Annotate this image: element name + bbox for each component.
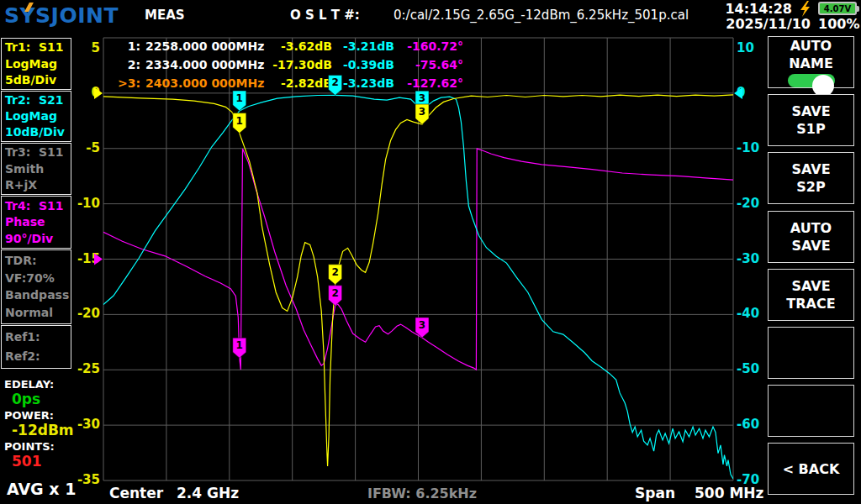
marker-row-2: 2:2334.000 000MHz-17.30dB-0.39dB-75.64° [103,58,463,76]
trace-box-line: 5dB/Div [5,72,67,88]
points-label: POINTS: [4,440,55,453]
points-value[interactable]: 501 [12,453,42,470]
marker-cell-id: >3: [103,76,140,90]
marker-cell-v3: -75.64° [394,58,463,71]
center-freq-label[interactable]: Center [109,485,163,501]
right-axis-tick: -30 [737,251,772,266]
button-auto-save[interactable]: AUTOSAVE [768,211,854,263]
button-blank-1[interactable] [768,327,854,379]
trace-box-tdr[interactable]: TDR:VF:70%BandpassNormal [1,249,71,324]
button-label: TRACE [786,295,835,312]
marker-row-3: >3:2403.000 000MHz-2.82dB-3.23dB-127.62° [103,76,463,95]
left-axis-tick: 5 [71,40,100,55]
button-label: S1P [796,120,825,138]
center-freq-value[interactable]: 2.4 GHz [177,485,239,501]
marker-cell-v2: -3.21dB [332,39,394,53]
marker-cell-v2: -0.39dB [332,58,394,71]
marker-cell-v2: -3.23dB [332,76,394,90]
sysjoint-logo: SYSJOINT [4,3,119,28]
marker-cell-v3: -127.62° [394,76,463,90]
button-label: AUTO [790,219,832,237]
trace-box-line: Ref1: [5,329,67,345]
marker-flag-s11-2[interactable]: 2 [329,265,342,285]
trace-box-ref[interactable]: Ref1:Ref2: [1,325,71,369]
span-label[interactable]: Span [635,485,675,501]
trace-box-line: Ref2: [5,349,67,365]
edelay-value[interactable]: 0ps [12,391,40,407]
trace-box-tr3[interactable]: Tr3: S11SmithR+jX [1,143,71,195]
auto-name-toggle[interactable] [788,74,835,87]
cal-status-label[interactable]: O S L T #: [290,8,360,23]
top-bar: SYSJOINT MEAS O S L T #: 0:/cal/2.15G_2.… [0,0,861,30]
battery-percent: 100% [818,16,857,32]
trace-box-tr2[interactable]: Tr2: S21LogMag10dB/Div [1,91,71,142]
button-label: SAVE [791,160,830,178]
marker-cell-v1: -17.30dB [272,58,332,71]
button-label: < BACK [783,460,840,478]
date: 2025/11/10 [726,16,811,32]
button-label: SAVE [791,102,830,120]
button-save-s1p[interactable]: SAVES1P [768,94,854,146]
right-axis-tick: -20 [737,196,772,211]
right-axis-tick: -40 [737,306,772,321]
trace-s21_logmag [103,95,733,479]
marker-row-1: 1:2258.000 000MHz-3.62dB-3.21dB-160.72° [103,39,463,58]
mode-indicator[interactable]: MEAS [145,8,185,23]
trace-box-line: LogMag [5,108,67,124]
trace-box-line: 10dB/Div [5,124,67,140]
right-axis-tick: -10 [737,140,772,155]
ifbw-value[interactable]: IFBW: 6.25kHz [304,486,540,501]
svg-text:1: 1 [236,339,243,351]
left-axis-tick: -15 [71,251,100,266]
trace-box-line: Tr2: S21 [5,92,67,108]
button-label: SAVE [791,237,830,255]
svg-text:1: 1 [236,115,243,127]
trace-box-line: VF:70% [5,270,67,286]
marker-flag-phase-2[interactable]: 2 [329,286,342,306]
marker-flag-phase-1[interactable]: 1 [233,338,246,358]
vna-screen: SYSJOINT MEAS O S L T #: 0:/cal/2.15G_2.… [0,0,861,504]
marker-cell-freq: 2258.000 000MHz [145,39,272,53]
cal-file-path: 0:/cal/2.15G_2.65G_-12dBm_6.25kHz_501p.c… [394,8,689,23]
grid [103,38,733,480]
trace-box-line: LogMag [5,56,67,72]
left-axis-tick: -20 [71,306,100,321]
marker-cell-id: 1: [103,39,140,53]
marker-flag-s11-1[interactable]: 1 [233,113,246,134]
button-save-trace[interactable]: SAVETRACE [768,269,854,321]
trace-box-line: Bandpass [5,287,67,303]
trace-box-line: TDR: [5,253,67,269]
right-axis-tick: 0 [737,85,772,100]
marker-cell-v1: -3.62dB [272,39,332,53]
left-axis-tick: 0 [71,85,100,100]
span-value[interactable]: 500 MHz [695,485,763,501]
svg-text:2: 2 [331,287,338,299]
marker-cell-v1: -2.82dB [272,76,332,90]
battery-voltage: 4.07V [824,4,851,13]
trace-box-tr4[interactable]: Tr4: S11Phase90°/Div [1,196,71,249]
button-save-s2p[interactable]: SAVES2P [768,152,854,204]
button-blank-2[interactable] [768,385,854,437]
trace-box-line: Tr1: S11 [5,39,67,55]
sweep-bar: Center 2.4 GHz IFBW: 6.25kHz Span 500 MH… [0,483,861,504]
svg-text:2: 2 [331,266,338,278]
left-axis-tick: -5 [71,140,100,155]
marker-readout-table: 1:2258.000 000MHz-3.62dB-3.21dB-160.72°2… [103,39,463,95]
right-axis-tick: -60 [737,417,772,432]
trace-box-line: Tr4: S11 [5,198,67,214]
power-value[interactable]: -12dBm [12,422,74,438]
left-axis-tick: -30 [71,417,100,432]
marker-flag-s11-3[interactable]: 3 [415,104,429,124]
svg-text:3: 3 [419,319,425,331]
trace-box-tr1[interactable]: Tr1: S11LogMag5dB/Div [1,38,71,90]
marker-cell-freq: 2334.000 000MHz [145,58,272,71]
clock-battery-block: 14:14:28 4.07V 2025/11/10 100% [725,1,857,31]
right-axis-tick: -50 [737,361,772,376]
marker-flag-phase-3[interactable]: 3 [415,318,429,338]
button-auto-name[interactable]: AUTO NAME [768,36,854,88]
button-label: AUTO NAME [769,37,853,72]
marker-cell-v3: -160.72° [394,39,463,53]
power-label: POWER: [4,409,54,422]
trace-box-line: Phase [5,214,67,230]
right-axis-tick: 10 [737,40,772,55]
